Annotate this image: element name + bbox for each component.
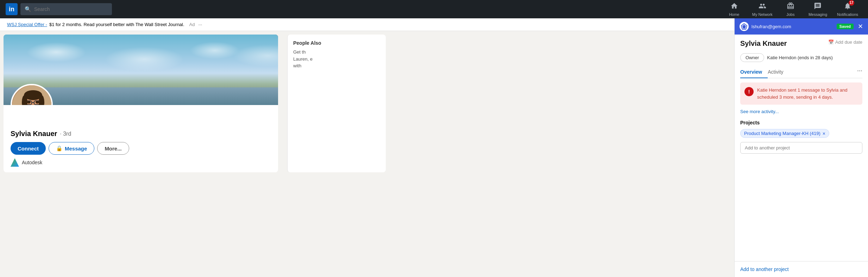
nav-item-my-network[interactable]: My Network xyxy=(748,0,777,18)
ad-banner: WSJ Special Offer - $1 for 2 months. Rea… xyxy=(0,18,734,31)
profile-area: Sylvia Knauer · 3rd Connect 🔒 Message Mo… xyxy=(0,31,734,172)
gem-person-name: Sylvia Knauer xyxy=(740,39,787,48)
profile-card: Sylvia Knauer · 3rd Connect 🔒 Message Mo… xyxy=(4,35,278,172)
nav-item-home[interactable]: Home xyxy=(722,0,747,18)
profile-name-row: Sylvia Knauer · 3rd xyxy=(11,130,271,138)
linkedin-profile-side: WSJ Special Offer - $1 for 2 months. Rea… xyxy=(0,18,734,277)
ad-more-button[interactable]: ··· xyxy=(199,22,202,27)
gem-tabs: Overview Activity ··· xyxy=(740,66,862,78)
linkedin-nav: in 🔍 Home My Network Jobs M xyxy=(0,0,868,18)
linkedin-logo: in xyxy=(6,3,18,15)
tab-overview[interactable]: Overview xyxy=(740,66,768,78)
people-also-snippet: Get th Lauren, e with xyxy=(293,49,380,69)
my-network-label: My Network xyxy=(752,12,773,17)
home-label: Home xyxy=(729,12,739,17)
add-due-date-button[interactable]: 📅 Add due date xyxy=(828,39,862,45)
main-layout: WSJ Special Offer - $1 for 2 months. Rea… xyxy=(0,18,868,277)
gem-panel: lshufran@gem.com Saved ✕ Sylvia Knauer 📅… xyxy=(734,18,868,277)
saved-badge: Saved xyxy=(837,24,854,29)
nav-item-messaging[interactable]: Messaging xyxy=(804,0,831,18)
search-box[interactable]: 🔍 xyxy=(20,3,112,15)
remove-project-button[interactable]: × xyxy=(823,131,825,136)
connect-button[interactable]: Connect xyxy=(11,142,46,155)
gem-body: Sylvia Knauer 📅 Add due date Owner Katie… xyxy=(735,35,868,261)
projects-label: Projects xyxy=(740,120,862,125)
alert-message: Katie Herndon sent 1 message to Sylvia a… xyxy=(757,87,858,100)
avatar-face xyxy=(12,85,51,105)
company-logo-icon xyxy=(11,158,19,167)
see-more-activity-link[interactable]: See more activity... xyxy=(740,109,862,114)
owner-value: Katie Herndon (ends in 28 days) xyxy=(767,55,832,60)
people-also-header: People Also xyxy=(293,40,380,46)
home-icon xyxy=(730,2,738,12)
messaging-icon xyxy=(814,2,822,12)
avatar xyxy=(11,84,53,105)
notifications-badge: 17 xyxy=(849,0,854,6)
messaging-label: Messaging xyxy=(809,12,827,17)
lock-icon: 🔒 xyxy=(56,145,63,152)
close-icon[interactable]: ✕ xyxy=(858,23,863,30)
jobs-icon xyxy=(787,2,794,12)
search-input[interactable] xyxy=(34,6,108,12)
tab-activity[interactable]: Activity xyxy=(768,66,789,78)
svg-point-6 xyxy=(36,101,39,104)
svg-marker-14 xyxy=(742,25,746,29)
my-network-icon xyxy=(759,2,766,12)
notifications-icon: 17 xyxy=(844,2,851,12)
company-name: Autodesk xyxy=(22,160,42,165)
message-button[interactable]: 🔒 Message xyxy=(49,142,94,155)
jobs-label: Jobs xyxy=(786,12,794,17)
nav-item-notifications[interactable]: 17 Notifications xyxy=(833,0,862,18)
calendar-icon: 📅 xyxy=(828,39,834,45)
gem-header: lshufran@gem.com Saved ✕ xyxy=(735,18,868,35)
more-button[interactable]: More... xyxy=(97,142,129,155)
svg-point-5 xyxy=(27,101,31,104)
wsj-link[interactable]: WSJ Special Offer - xyxy=(7,22,47,27)
add-project-input[interactable] xyxy=(740,142,862,154)
add-to-another-project-bar[interactable]: Add to another project xyxy=(735,261,868,277)
owner-row: Owner Katie Herndon (ends in 28 days) xyxy=(740,53,862,62)
alert-icon: ! xyxy=(744,87,754,96)
cover-clouds xyxy=(4,42,278,84)
profile-actions: Connect 🔒 Message More... xyxy=(11,142,271,155)
notifications-label: Notifications xyxy=(837,12,858,17)
gem-logo xyxy=(740,22,749,31)
gem-alert: ! Katie Herndon sent 1 message to Sylvia… xyxy=(740,82,862,105)
profile-info: Sylvia Knauer · 3rd Connect 🔒 Message Mo… xyxy=(4,105,278,172)
profile-name: Sylvia Knauer xyxy=(11,130,57,138)
people-also-panel: People Also Get th Lauren, e with xyxy=(287,35,386,172)
ad-label: Ad xyxy=(189,22,195,27)
profile-cover-photo xyxy=(4,35,278,105)
owner-label[interactable]: Owner xyxy=(740,53,764,62)
nav-item-jobs[interactable]: Jobs xyxy=(778,0,803,18)
gem-user-email: lshufran@gem.com xyxy=(751,24,834,29)
nav-items: Home My Network Jobs Messaging 17 No xyxy=(722,0,862,18)
company-row: Autodesk xyxy=(11,158,271,167)
project-tag-name: Product Marketing Manager-KH (419) xyxy=(744,131,820,136)
project-tag: Product Marketing Manager-KH (419) × xyxy=(740,129,862,141)
search-icon: 🔍 xyxy=(25,6,31,12)
ad-text: $1 for 2 months. Read yourself better wi… xyxy=(49,22,184,27)
degree-badge: · 3rd xyxy=(60,131,71,137)
tab-more-button[interactable]: ··· xyxy=(857,67,862,77)
